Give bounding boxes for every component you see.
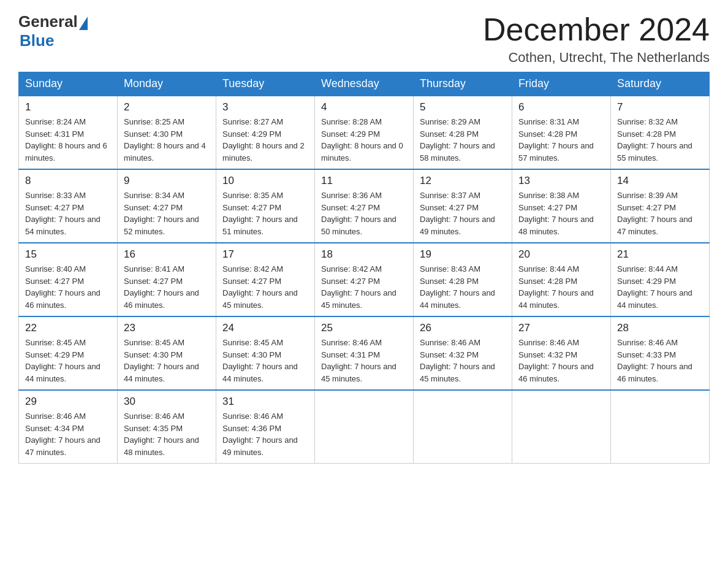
sunset-label: Sunset: 4:31 PM [25, 129, 84, 139]
daylight-label: Daylight: 7 hours and 45 minutes. [222, 288, 298, 310]
sunset-label: Sunset: 4:29 PM [617, 277, 676, 286]
sunset-label: Sunset: 4:27 PM [420, 203, 479, 212]
calendar-week-4: 22 Sunrise: 8:45 AM Sunset: 4:29 PM Dayl… [19, 316, 710, 390]
col-friday: Friday [512, 72, 611, 96]
sunrise-label: Sunrise: 8:43 AM [420, 264, 480, 274]
calendar-day-20: 20 Sunrise: 8:44 AM Sunset: 4:28 PM Dayl… [512, 243, 611, 316]
calendar-day-10: 10 Sunrise: 8:35 AM Sunset: 4:27 PM Dayl… [216, 169, 315, 243]
title-section: December 2024 Cothen, Utrecht, The Nethe… [483, 12, 710, 66]
sunset-label: Sunset: 4:32 PM [518, 350, 577, 359]
daylight-label: Daylight: 7 hours and 46 minutes. [25, 288, 100, 310]
day-number: 23 [124, 322, 210, 334]
day-number: 10 [222, 175, 308, 187]
day-info: Sunrise: 8:37 AM Sunset: 4:27 PM Dayligh… [420, 190, 506, 237]
day-info: Sunrise: 8:38 AM Sunset: 4:27 PM Dayligh… [518, 190, 604, 237]
daylight-label: Daylight: 7 hours and 48 minutes. [518, 215, 594, 236]
daylight-label: Daylight: 7 hours and 44 minutes. [124, 362, 199, 383]
day-number: 7 [617, 101, 703, 113]
day-info: Sunrise: 8:44 AM Sunset: 4:29 PM Dayligh… [617, 263, 703, 311]
day-info: Sunrise: 8:46 AM Sunset: 4:32 PM Dayligh… [518, 337, 604, 385]
day-info: Sunrise: 8:43 AM Sunset: 4:28 PM Dayligh… [420, 263, 506, 311]
sunrise-label: Sunrise: 8:46 AM [518, 338, 579, 347]
calendar-header-row: Sunday Monday Tuesday Wednesday Thursday… [19, 72, 710, 96]
col-saturday: Saturday [611, 72, 710, 96]
sunset-label: Sunset: 4:34 PM [25, 424, 84, 433]
location-subtitle: Cothen, Utrecht, The Netherlands [483, 50, 710, 66]
day-number: 29 [25, 396, 111, 408]
calendar-day-12: 12 Sunrise: 8:37 AM Sunset: 4:27 PM Dayl… [414, 169, 512, 243]
sunrise-label: Sunrise: 8:45 AM [25, 338, 86, 347]
empty-cell-w4-d6 [611, 390, 710, 464]
daylight-label: Daylight: 8 hours and 2 minutes. [222, 141, 305, 163]
sunrise-label: Sunrise: 8:34 AM [124, 191, 184, 200]
sunset-label: Sunset: 4:28 PM [518, 277, 577, 286]
daylight-label: Daylight: 7 hours and 44 minutes. [420, 288, 495, 310]
sunrise-label: Sunrise: 8:38 AM [518, 191, 579, 200]
logo: General Blue [18, 12, 88, 50]
day-info: Sunrise: 8:32 AM Sunset: 4:28 PM Dayligh… [617, 116, 703, 164]
sunrise-label: Sunrise: 8:46 AM [321, 338, 382, 347]
day-info: Sunrise: 8:28 AM Sunset: 4:29 PM Dayligh… [321, 116, 407, 164]
calendar-day-17: 17 Sunrise: 8:42 AM Sunset: 4:27 PM Dayl… [216, 243, 315, 316]
calendar-day-28: 28 Sunrise: 8:46 AM Sunset: 4:33 PM Dayl… [611, 316, 710, 390]
daylight-label: Daylight: 8 hours and 0 minutes. [321, 141, 403, 163]
calendar-table: Sunday Monday Tuesday Wednesday Thursday… [18, 72, 710, 464]
day-number: 17 [222, 248, 308, 261]
day-number: 21 [617, 248, 703, 261]
calendar-day-25: 25 Sunrise: 8:46 AM Sunset: 4:31 PM Dayl… [315, 316, 414, 390]
day-number: 4 [321, 101, 407, 113]
day-info: Sunrise: 8:46 AM Sunset: 4:35 PM Dayligh… [124, 410, 210, 458]
calendar-day-19: 19 Sunrise: 8:43 AM Sunset: 4:28 PM Dayl… [414, 243, 512, 316]
day-info: Sunrise: 8:45 AM Sunset: 4:30 PM Dayligh… [222, 337, 308, 385]
sunset-label: Sunset: 4:35 PM [124, 424, 183, 433]
sunrise-label: Sunrise: 8:42 AM [222, 264, 283, 274]
sunset-label: Sunset: 4:32 PM [420, 350, 479, 359]
calendar-day-29: 29 Sunrise: 8:46 AM Sunset: 4:34 PM Dayl… [19, 390, 118, 464]
calendar-day-9: 9 Sunrise: 8:34 AM Sunset: 4:27 PM Dayli… [118, 169, 216, 243]
sunrise-label: Sunrise: 8:33 AM [25, 191, 86, 200]
sunrise-label: Sunrise: 8:36 AM [321, 191, 382, 200]
daylight-label: Daylight: 7 hours and 44 minutes. [617, 288, 692, 310]
daylight-label: Daylight: 7 hours and 45 minutes. [321, 362, 396, 383]
sunrise-label: Sunrise: 8:46 AM [25, 412, 86, 421]
sunset-label: Sunset: 4:27 PM [222, 277, 281, 286]
sunset-label: Sunset: 4:27 PM [321, 203, 380, 212]
daylight-label: Daylight: 7 hours and 54 minutes. [25, 215, 100, 236]
day-number: 15 [25, 248, 111, 261]
daylight-label: Daylight: 7 hours and 49 minutes. [420, 215, 495, 236]
day-info: Sunrise: 8:34 AM Sunset: 4:27 PM Dayligh… [124, 190, 210, 237]
calendar-day-14: 14 Sunrise: 8:39 AM Sunset: 4:27 PM Dayl… [611, 169, 710, 243]
day-info: Sunrise: 8:46 AM Sunset: 4:34 PM Dayligh… [25, 410, 111, 458]
day-number: 6 [518, 101, 604, 113]
sunrise-label: Sunrise: 8:32 AM [617, 117, 678, 126]
day-info: Sunrise: 8:41 AM Sunset: 4:27 PM Dayligh… [124, 263, 210, 311]
daylight-label: Daylight: 7 hours and 47 minutes. [25, 435, 100, 457]
day-info: Sunrise: 8:31 AM Sunset: 4:28 PM Dayligh… [518, 116, 604, 164]
sunrise-label: Sunrise: 8:44 AM [617, 264, 678, 274]
calendar-day-6: 6 Sunrise: 8:31 AM Sunset: 4:28 PM Dayli… [512, 96, 611, 169]
col-sunday: Sunday [19, 72, 118, 96]
sunrise-label: Sunrise: 8:41 AM [124, 264, 184, 274]
daylight-label: Daylight: 7 hours and 48 minutes. [124, 435, 199, 457]
sunset-label: Sunset: 4:27 PM [25, 277, 84, 286]
sunrise-label: Sunrise: 8:24 AM [25, 117, 86, 126]
day-number: 19 [420, 248, 506, 261]
daylight-label: Daylight: 7 hours and 49 minutes. [222, 435, 298, 457]
calendar-day-27: 27 Sunrise: 8:46 AM Sunset: 4:32 PM Dayl… [512, 316, 611, 390]
calendar-week-1: 1 Sunrise: 8:24 AM Sunset: 4:31 PM Dayli… [19, 96, 710, 169]
sunset-label: Sunset: 4:29 PM [222, 129, 281, 139]
col-thursday: Thursday [414, 72, 512, 96]
sunset-label: Sunset: 4:27 PM [222, 203, 281, 212]
sunset-label: Sunset: 4:27 PM [321, 277, 380, 286]
page-header: General Blue December 2024 Cothen, Utrec… [18, 12, 710, 66]
day-number: 8 [25, 175, 111, 187]
empty-cell-w4-d3 [315, 390, 414, 464]
sunset-label: Sunset: 4:30 PM [124, 129, 183, 139]
logo-triangle-icon [79, 17, 88, 30]
daylight-label: Daylight: 7 hours and 46 minutes. [124, 288, 199, 310]
calendar-day-13: 13 Sunrise: 8:38 AM Sunset: 4:27 PM Dayl… [512, 169, 611, 243]
calendar-day-2: 2 Sunrise: 8:25 AM Sunset: 4:30 PM Dayli… [118, 96, 216, 169]
sunset-label: Sunset: 4:30 PM [222, 350, 281, 359]
calendar-day-23: 23 Sunrise: 8:45 AM Sunset: 4:30 PM Dayl… [118, 316, 216, 390]
sunset-label: Sunset: 4:28 PM [420, 129, 479, 139]
